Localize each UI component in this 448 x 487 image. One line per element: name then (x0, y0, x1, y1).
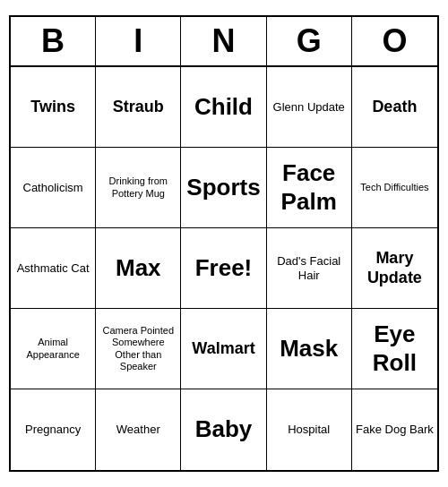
bingo-cell-14: Mary Update (352, 228, 437, 309)
bingo-cell-11: Max (96, 228, 181, 309)
bingo-header: BINGO (11, 17, 437, 67)
header-letter-i: I (96, 17, 181, 65)
bingo-cell-21: Weather (96, 389, 181, 470)
bingo-cell-13: Dad's Facial Hair (267, 228, 352, 309)
bingo-cell-19: Eye Roll (352, 309, 437, 389)
bingo-cell-24: Fake Dog Bark (352, 389, 437, 470)
bingo-cell-6: Drinking from Pottery Mug (96, 148, 181, 228)
bingo-card: BINGO TwinsStraubChildGlenn UpdateDeathC… (9, 15, 439, 472)
bingo-cell-17: Walmart (181, 309, 266, 389)
bingo-cell-15: Animal Appearance (11, 309, 96, 389)
bingo-cell-9: Tech Difficulties (352, 148, 437, 228)
bingo-cell-10: Asthmatic Cat (11, 228, 96, 309)
header-letter-b: B (11, 17, 96, 65)
bingo-grid: TwinsStraubChildGlenn UpdateDeathCatholi… (11, 67, 437, 470)
bingo-cell-8: Face Palm (267, 148, 352, 228)
bingo-cell-2: Child (181, 67, 266, 148)
bingo-cell-16: Camera Pointed Somewhere Other than Spea… (96, 309, 181, 389)
bingo-cell-12: Free! (181, 228, 266, 309)
bingo-cell-18: Mask (267, 309, 352, 389)
bingo-cell-5: Catholicism (11, 148, 96, 228)
bingo-cell-22: Baby (181, 389, 266, 470)
bingo-cell-23: Hospital (267, 389, 352, 470)
bingo-cell-7: Sports (181, 148, 266, 228)
bingo-cell-0: Twins (11, 67, 96, 148)
header-letter-o: O (352, 17, 437, 65)
header-letter-n: N (181, 17, 266, 65)
bingo-cell-20: Pregnancy (11, 389, 96, 470)
bingo-cell-1: Straub (96, 67, 181, 148)
bingo-cell-3: Glenn Update (267, 67, 352, 148)
bingo-cell-4: Death (352, 67, 437, 148)
header-letter-g: G (267, 17, 352, 65)
